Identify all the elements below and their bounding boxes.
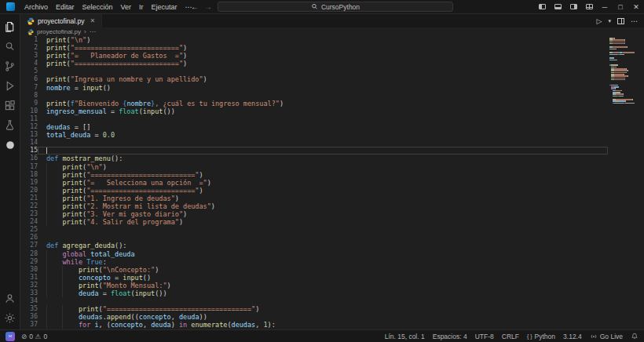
code-line[interactable]: 35 print("==============================… xyxy=(20,305,644,313)
code-line[interactable]: 28 global total_deuda xyxy=(20,250,644,258)
code-line[interactable]: 1print("\n") xyxy=(20,36,644,44)
line-number[interactable]: 23 xyxy=(20,210,38,218)
source-control-icon[interactable] xyxy=(0,56,20,76)
line-number[interactable]: 26 xyxy=(20,234,38,242)
line-number[interactable]: 31 xyxy=(20,274,38,282)
code-line[interactable]: 21 print("1. Ingreso de deudas") xyxy=(20,195,644,202)
line-number[interactable]: 35 xyxy=(20,305,38,313)
line-number[interactable]: 20 xyxy=(20,187,38,195)
line-number[interactable]: 6 xyxy=(20,75,38,83)
close-button[interactable]: ✕ xyxy=(628,0,644,13)
line-number[interactable]: 28 xyxy=(20,250,38,258)
notifications-bell-icon[interactable] xyxy=(631,333,639,340)
code-line[interactable]: 6print("Ingresa un nombre y un apellido"… xyxy=(20,75,644,83)
code-line[interactable]: 22 print("2. Mostrar mi lista de deudas"… xyxy=(20,202,644,210)
line-number[interactable]: 19 xyxy=(20,179,38,187)
line-number[interactable]: 8 xyxy=(20,92,38,100)
code-line[interactable]: 17 print("\n") xyxy=(20,163,644,171)
line-number[interactable]: 30 xyxy=(20,266,38,274)
code-line[interactable]: 24 print("4. Salir del programa") xyxy=(20,218,644,226)
eol-status[interactable]: CRLF xyxy=(502,333,519,340)
line-number[interactable]: 10 xyxy=(20,107,38,115)
line-number[interactable]: 11 xyxy=(20,115,38,123)
line-number[interactable]: 14 xyxy=(20,139,38,147)
line-number[interactable]: 5 xyxy=(20,67,38,75)
code-line[interactable]: 10ingreso_mensual = float(input()) xyxy=(20,107,644,115)
breadcrumb-symbol[interactable]: ⋯ xyxy=(90,28,96,35)
minimap[interactable] xyxy=(609,38,635,104)
code-line[interactable]: 26 xyxy=(20,234,644,242)
problems-status[interactable]: ⊘ 0 ⚠ 0 xyxy=(21,333,47,340)
code-line[interactable]: 27def agregar_deuda(): xyxy=(20,242,644,249)
line-number[interactable]: 37 xyxy=(20,321,38,329)
code-line[interactable]: 19 print("= Selecciona una opción =") xyxy=(20,179,644,187)
line-number[interactable]: 2 xyxy=(20,44,38,52)
settings-gear-icon[interactable] xyxy=(0,308,20,328)
run-button[interactable]: ▷ xyxy=(597,17,602,25)
nav-back-icon[interactable]: ← xyxy=(191,2,199,11)
toggle-panel-icon[interactable] xyxy=(550,0,565,13)
toggle-sidebar-icon[interactable] xyxy=(534,0,550,13)
encoding-status[interactable]: UTF-8 xyxy=(475,333,494,340)
extensions-icon[interactable] xyxy=(0,96,20,115)
python-version[interactable]: 3.12.4 xyxy=(563,333,582,340)
code-editor[interactable]: 1print("\n")2print("====================… xyxy=(20,36,644,329)
code-line[interactable]: 5 xyxy=(20,67,644,75)
line-number[interactable]: 18 xyxy=(20,171,38,179)
testing-icon[interactable] xyxy=(0,115,20,135)
code-line[interactable]: 2print("==========================") xyxy=(20,44,644,52)
indentation-status[interactable]: Espacios: 4 xyxy=(433,333,467,340)
line-number[interactable]: 15 xyxy=(20,147,38,155)
code-line[interactable]: 25 xyxy=(20,226,644,234)
code-line[interactable]: 29 while True: xyxy=(20,258,644,266)
code-line[interactable]: 34 xyxy=(20,297,644,305)
code-line[interactable]: 33 deuda = float(input()) xyxy=(20,289,644,297)
remote-indicator-icon[interactable]: ›‹ xyxy=(5,332,15,341)
line-number[interactable]: 21 xyxy=(20,195,38,202)
code-line[interactable]: 37 for i, (concepto, deuda) in enumerate… xyxy=(20,321,644,329)
line-number[interactable]: 4 xyxy=(20,60,38,67)
code-line[interactable]: 3print("= Planeador de Gastos =") xyxy=(20,52,644,60)
maximize-button[interactable]: □ xyxy=(613,0,628,13)
run-debug-icon[interactable] xyxy=(0,76,20,96)
cursor-position[interactable]: Lín. 15, col. 1 xyxy=(385,333,425,340)
line-number[interactable]: 16 xyxy=(20,155,38,162)
editor-more-icon[interactable]: ⋯ xyxy=(631,17,638,25)
language-mode[interactable]: { } Python xyxy=(527,333,555,340)
code-line[interactable]: 18 print("==========================") xyxy=(20,171,644,179)
line-number[interactable]: 29 xyxy=(20,258,38,266)
code-line[interactable]: 4print("==========================") xyxy=(20,60,644,67)
code-line[interactable]: 20 print("==========================") xyxy=(20,187,644,195)
code-line[interactable]: 23 print("3. Ver mi gasto diario") xyxy=(20,210,644,218)
breadcrumb-file[interactable]: proyectofinal.py xyxy=(37,28,81,35)
code-line[interactable]: 8 xyxy=(20,92,644,100)
code-line[interactable]: 31 concepto = input() xyxy=(20,274,644,282)
line-number[interactable]: 7 xyxy=(20,84,38,92)
account-icon[interactable] xyxy=(0,289,20,308)
profile-avatar[interactable] xyxy=(0,135,20,155)
go-live-button[interactable]: Go Live xyxy=(590,333,623,340)
line-number[interactable]: 33 xyxy=(20,289,38,297)
search-sidebar-icon[interactable] xyxy=(0,37,20,56)
toggle-secondary-sidebar-icon[interactable] xyxy=(565,0,581,13)
line-number[interactable]: 27 xyxy=(20,242,38,249)
tab-close-icon[interactable]: ✕ xyxy=(90,17,96,24)
code-line[interactable]: 14 xyxy=(20,139,644,147)
nav-forward-icon[interactable]: → xyxy=(204,2,212,11)
code-line[interactable]: 9print(f"Bienvenido {nombre}, ¿cuál es t… xyxy=(20,100,644,107)
line-number[interactable]: 9 xyxy=(20,100,38,107)
line-number[interactable]: 12 xyxy=(20,123,38,131)
code-line[interactable]: 36 deudas.append((concepto, deuda)) xyxy=(20,313,644,321)
tab-proyectofinal[interactable]: proyectofinal.py ✕ xyxy=(20,14,102,27)
code-line[interactable]: 7nombre = input() xyxy=(20,84,644,92)
code-line[interactable]: 32 print("Monto Mensual:") xyxy=(20,282,644,289)
line-number[interactable]: 17 xyxy=(20,163,38,171)
code-line[interactable]: 30 print("\nConcepto:") xyxy=(20,266,644,274)
line-number[interactable]: 24 xyxy=(20,218,38,226)
line-number[interactable]: 34 xyxy=(20,297,38,305)
line-number[interactable]: 25 xyxy=(20,226,38,234)
customize-layout-icon[interactable] xyxy=(581,0,597,13)
line-number[interactable]: 1 xyxy=(20,36,38,44)
code-line[interactable]: 16def mostrar_menu(): xyxy=(20,155,644,162)
code-line[interactable]: 12deudas = [] xyxy=(20,123,644,131)
